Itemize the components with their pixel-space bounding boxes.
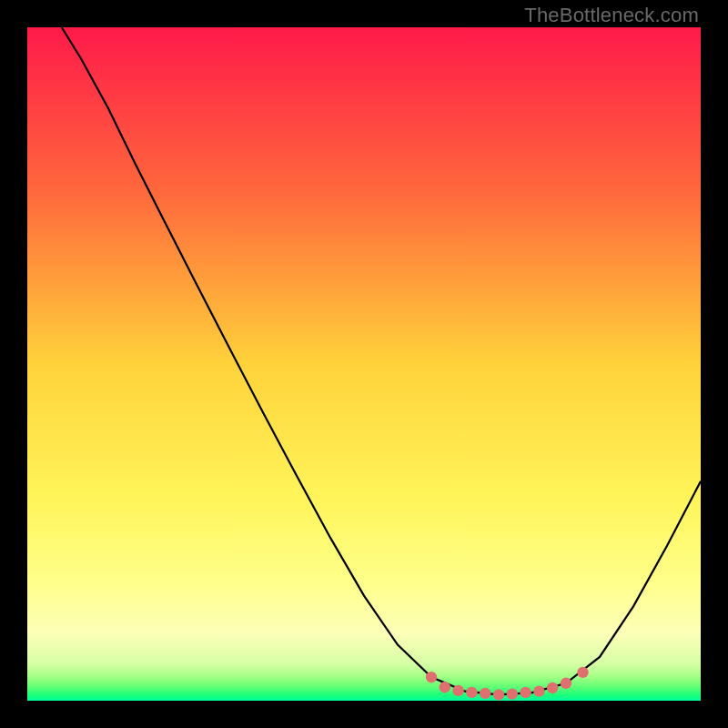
chart-svg: [27, 27, 701, 701]
marker-point: [440, 682, 450, 693]
marker-point: [561, 678, 571, 689]
marker-point: [547, 682, 558, 693]
watermark-text: TheBottleneck.com: [524, 4, 699, 27]
marker-point: [507, 688, 518, 699]
marker-point: [426, 672, 437, 682]
marker-point: [493, 689, 504, 700]
marker-point: [520, 687, 531, 698]
gradient-background: [27, 27, 701, 701]
plot-area: [27, 27, 701, 701]
marker-point: [452, 685, 463, 696]
marker-point: [533, 685, 544, 696]
chart-container: TheBottleneck.com: [0, 0, 728, 728]
marker-point: [577, 667, 588, 678]
marker-point: [466, 687, 477, 698]
marker-point: [480, 688, 490, 699]
